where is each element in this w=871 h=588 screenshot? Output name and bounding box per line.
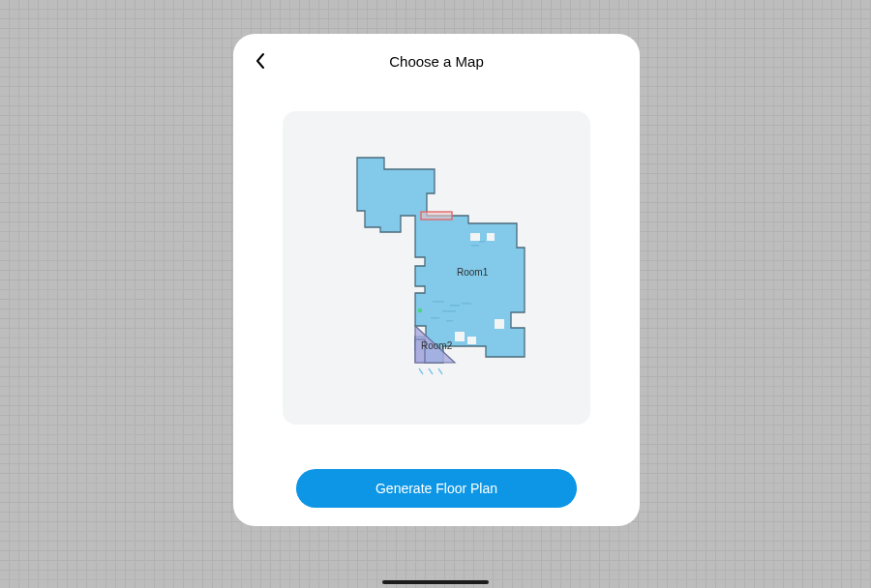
modal-title: Choose a Map	[389, 53, 484, 70]
room1-shape	[357, 158, 525, 363]
home-indicator[interactable]	[382, 580, 489, 584]
back-button[interactable]	[247, 47, 274, 74]
map-preview[interactable]: Room1 Room2	[283, 111, 590, 425]
svg-rect-2	[442, 310, 456, 312]
robot-marker	[418, 309, 422, 312]
svg-rect-0	[433, 301, 444, 303]
cutout	[495, 319, 504, 329]
map-canvas: Room1 Room2	[326, 148, 547, 388]
svg-rect-6	[479, 241, 485, 243]
modal-header: Choose a Map	[233, 40, 640, 82]
svg-rect-4	[431, 317, 439, 319]
choose-map-modal: Choose a Map	[233, 34, 640, 526]
direction-markers	[419, 368, 442, 374]
cutout	[455, 332, 465, 341]
dock-station	[421, 212, 452, 220]
svg-rect-5	[446, 320, 453, 322]
floorplan-svg	[326, 148, 547, 388]
room2-shape-extra	[415, 339, 425, 363]
cutout	[470, 233, 480, 241]
generate-button-label: Generate Floor Plan	[375, 481, 497, 496]
svg-rect-7	[471, 245, 479, 247]
cutout	[487, 233, 495, 241]
chevron-left-icon	[254, 52, 267, 70]
generate-floor-plan-button[interactable]: Generate Floor Plan	[296, 469, 577, 508]
svg-rect-3	[462, 303, 471, 305]
svg-rect-1	[450, 305, 460, 307]
cutout	[467, 337, 476, 344]
